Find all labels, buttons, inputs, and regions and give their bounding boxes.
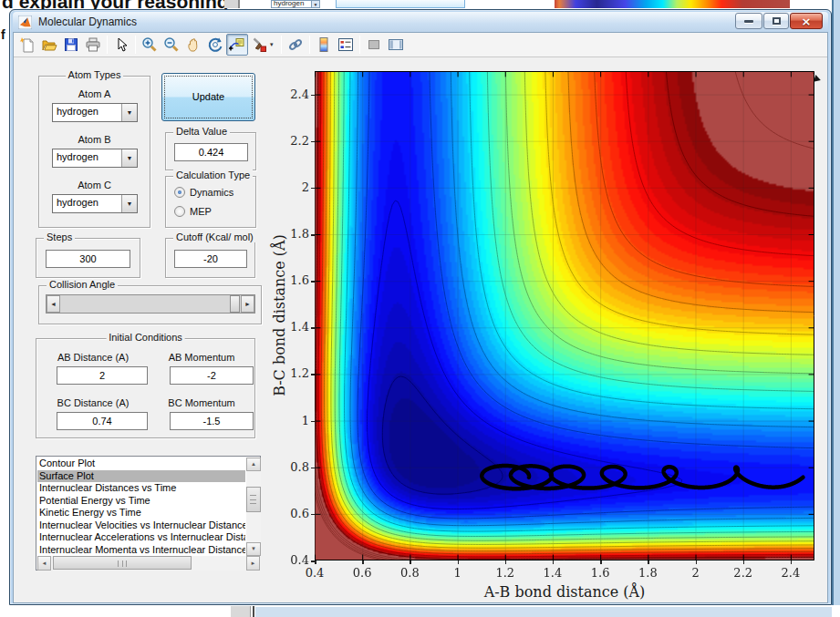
y-tick-label: 0.4 (271, 553, 309, 567)
slider-thumb[interactable] (230, 295, 240, 313)
steps-input[interactable]: 300 (46, 250, 130, 268)
horizontal-scroll-thumb[interactable] (53, 556, 192, 570)
bc-distance-input[interactable]: 0.74 (57, 412, 148, 430)
panel-title: Atom Types (66, 69, 124, 80)
y-tick-mark (311, 560, 315, 562)
data-cursor-icon[interactable] (226, 34, 248, 56)
x-tick-mark (362, 560, 364, 564)
x-tick-label: 2 (678, 566, 714, 580)
plot-type-listbox[interactable]: Contour PlotSurface PlotInternuclear Dis… (36, 456, 261, 571)
list-item[interactable]: Internuclear Momenta vs Internuclear Dis… (37, 544, 245, 557)
rotate-3d-icon[interactable] (204, 34, 226, 56)
chevron-down-icon[interactable]: ▼ (121, 195, 137, 212)
update-button[interactable]: Update (161, 73, 255, 121)
y-tick-label: 0.6 (271, 507, 309, 520)
x-tick-mark (553, 560, 555, 564)
panel-title: Initial Conditions (106, 332, 185, 343)
contour-plot[interactable] (315, 71, 814, 560)
cutoff-input[interactable]: -20 (174, 250, 247, 268)
atom-c-dropdown[interactable]: hydrogen ▼ (52, 194, 138, 213)
scroll-right-icon[interactable]: ► (246, 556, 260, 571)
y-tick-label: 1.8 (271, 227, 309, 241)
y-tick-label: 2.4 (271, 87, 309, 101)
atom-a-dropdown[interactable]: hydrogen ▼ (52, 103, 138, 122)
mep-radio[interactable] (174, 206, 185, 217)
toolbar-separator (135, 36, 136, 54)
titlebar[interactable]: Molecular Dynamics × (13, 12, 828, 32)
y-tick-mark (311, 514, 315, 516)
vertical-scrollbar[interactable]: ▲ ▼ (246, 458, 261, 556)
zoom-in-icon[interactable] (139, 34, 161, 56)
toolbar-separator (107, 36, 108, 54)
insert-colorbar-icon[interactable] (313, 34, 335, 56)
vertical-scroll-thumb[interactable] (246, 487, 261, 512)
link-plots-icon[interactable] (285, 34, 306, 56)
bc-momentum-label: BC Momentum (150, 397, 254, 408)
scroll-left-icon[interactable]: ◄ (37, 556, 51, 571)
panel-title: Collision Angle (47, 279, 118, 290)
list-item[interactable]: Surface Plot (37, 470, 245, 483)
insert-legend-icon[interactable] (335, 34, 357, 56)
pan-hand-icon[interactable] (182, 34, 204, 56)
panel-title: Steps (44, 231, 75, 242)
matlab-logo-icon (18, 15, 32, 29)
arrow-cursor-icon[interactable] (110, 34, 132, 56)
background-button-fragment (336, 0, 465, 8)
list-item[interactable]: Kinetic Energy vs Time (37, 507, 245, 519)
panel-title: Calculation Type (173, 170, 253, 180)
x-tick-label: 0.8 (391, 566, 428, 580)
list-item[interactable]: Potential Energy vs Time (37, 495, 245, 508)
y-tick-mark (311, 374, 315, 375)
x-tick-label: 2.2 (725, 566, 762, 580)
scroll-down-icon[interactable]: ▼ (246, 542, 261, 556)
ab-distance-input[interactable]: 2 (57, 366, 148, 385)
dynamics-radio[interactable] (174, 187, 185, 198)
list-item[interactable]: Internuclear Accelerations vs Internucle… (37, 531, 245, 544)
brush-icon[interactable] (248, 34, 270, 56)
horizontal-scrollbar[interactable]: ◄ ► (37, 556, 261, 571)
atom-c-label: Atom C (39, 180, 150, 190)
initial-conditions-panel: Initial Conditions AB Distance (A) AB Mo… (36, 338, 255, 438)
restore-button[interactable] (763, 13, 789, 29)
new-file-icon[interactable] (16, 34, 38, 56)
delta-value-input[interactable]: 0.424 (174, 143, 248, 161)
show-plot-tools-icon[interactable] (385, 34, 407, 56)
chevron-down-icon[interactable]: ▼ (121, 149, 137, 167)
slider-right-arrow-icon[interactable]: ► (241, 295, 254, 313)
background-window-edge (832, 0, 840, 617)
background-left-fragment: f (1, 27, 5, 42)
print-icon[interactable] (82, 34, 104, 56)
x-tick-mark (696, 560, 698, 564)
background-plot-fragment (555, 0, 790, 8)
slider-left-arrow-icon[interactable]: ◄ (47, 295, 60, 313)
list-item[interactable]: Contour Plot (37, 458, 245, 470)
close-button[interactable]: × (790, 13, 823, 29)
list-item[interactable]: Internuclear Velocities vs Internuclear … (37, 519, 245, 532)
atom-types-panel: Atom Types Atom A hydrogen ▼ Atom B hydr… (38, 76, 150, 228)
x-tick-mark (648, 560, 649, 564)
ab-momentum-input[interactable]: -2 (170, 366, 254, 385)
background-bottom-fragment (231, 606, 251, 617)
x-tick-label: 1 (440, 566, 476, 580)
open-file-icon[interactable] (38, 34, 60, 56)
brush-dropdown-icon[interactable]: ▾ (270, 41, 278, 48)
x-tick-mark (458, 560, 460, 564)
background-scrollbar-fragment (224, 0, 240, 8)
atom-b-dropdown[interactable]: hydrogen ▼ (52, 149, 138, 168)
minimize-button[interactable] (735, 13, 762, 29)
collision-angle-slider[interactable]: ◄ ► (46, 294, 255, 314)
bc-momentum-input[interactable]: -1.5 (170, 412, 254, 430)
y-tick-mark (311, 468, 315, 469)
chevron-down-icon[interactable]: ▼ (121, 104, 137, 121)
atom-b-label: Atom B (39, 134, 150, 145)
scroll-up-icon[interactable]: ▲ (246, 458, 261, 471)
y-tick-label: 1.4 (271, 320, 309, 334)
y-tick-mark (311, 234, 315, 236)
list-item[interactable]: Internuclear Distances vs Time (37, 482, 245, 495)
toolbar-overflow-arrow-icon[interactable] (814, 75, 822, 84)
zoom-out-icon[interactable] (161, 34, 182, 56)
hide-plot-tools-icon[interactable] (363, 34, 385, 56)
y-tick-mark (311, 281, 315, 283)
x-axis-label: A-B bond distance (Å) (428, 583, 701, 601)
save-icon[interactable] (60, 34, 82, 56)
